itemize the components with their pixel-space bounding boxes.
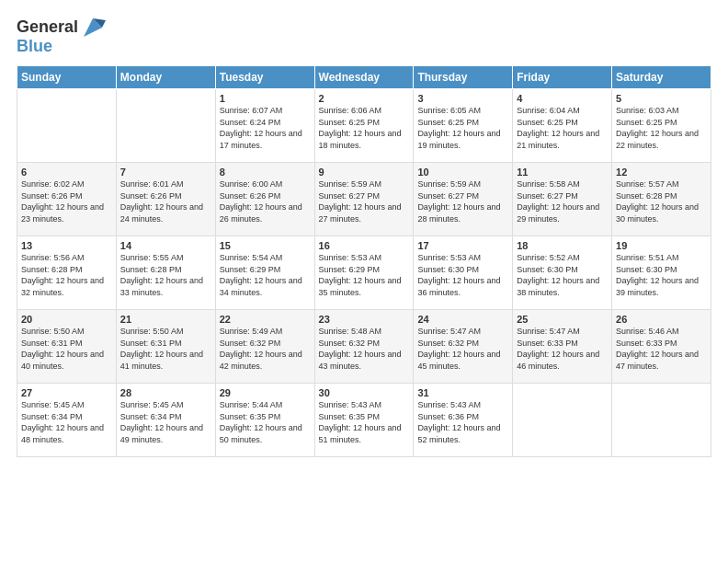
day-cell: 6Sunrise: 6:02 AMSunset: 6:26 PMDaylight… (17, 163, 117, 236)
day-number: 27 (21, 387, 112, 398)
day-info: Sunrise: 6:04 AMSunset: 6:25 PMDaylight:… (517, 105, 608, 151)
day-cell: 27Sunrise: 5:45 AMSunset: 6:34 PMDayligh… (17, 384, 117, 457)
col-header-friday: Friday (513, 66, 612, 89)
day-info: Sunrise: 6:06 AMSunset: 6:25 PMDaylight:… (319, 105, 410, 151)
day-info: Sunrise: 6:02 AMSunset: 6:26 PMDaylight:… (21, 178, 112, 224)
day-cell: 21Sunrise: 5:50 AMSunset: 6:31 PMDayligh… (116, 310, 215, 384)
day-number: 30 (319, 387, 410, 398)
col-header-monday: Monday (116, 66, 215, 89)
day-cell: 7Sunrise: 6:01 AMSunset: 6:26 PMDaylight… (116, 163, 215, 236)
day-cell: 19Sunrise: 5:51 AMSunset: 6:30 PMDayligh… (612, 236, 711, 310)
day-info: Sunrise: 5:43 AMSunset: 6:35 PMDaylight:… (319, 399, 410, 445)
col-header-tuesday: Tuesday (215, 66, 314, 89)
col-header-sunday: Sunday (17, 66, 117, 89)
day-info: Sunrise: 6:05 AMSunset: 6:25 PMDaylight:… (417, 105, 508, 151)
day-number: 23 (319, 314, 410, 325)
day-number: 13 (21, 240, 112, 251)
day-number: 29 (220, 387, 311, 398)
day-cell: 26Sunrise: 5:46 AMSunset: 6:33 PMDayligh… (612, 310, 711, 384)
calendar-table: SundayMondayTuesdayWednesdayThursdayFrid… (17, 65, 711, 457)
day-info: Sunrise: 5:59 AMSunset: 6:27 PMDaylight:… (417, 178, 508, 224)
day-cell: 9Sunrise: 5:59 AMSunset: 6:27 PMDaylight… (314, 163, 414, 236)
logo-text: General (17, 18, 78, 37)
day-info: Sunrise: 6:00 AMSunset: 6:26 PMDaylight:… (220, 178, 311, 224)
day-number: 7 (120, 167, 211, 178)
day-cell: 8Sunrise: 6:00 AMSunset: 6:26 PMDaylight… (215, 163, 314, 236)
calendar-page: General Blue SundayMondayTuesdayWednesda… (0, 0, 728, 563)
col-header-saturday: Saturday (612, 66, 711, 89)
logo: General Blue (17, 15, 106, 56)
day-cell: 29Sunrise: 5:44 AMSunset: 6:35 PMDayligh… (215, 384, 314, 457)
day-info: Sunrise: 5:54 AMSunset: 6:29 PMDaylight:… (220, 252, 311, 298)
col-header-thursday: Thursday (414, 66, 513, 89)
day-cell: 12Sunrise: 5:57 AMSunset: 6:28 PMDayligh… (612, 163, 711, 236)
day-info: Sunrise: 5:48 AMSunset: 6:32 PMDaylight:… (319, 326, 410, 372)
day-cell: 10Sunrise: 5:59 AMSunset: 6:27 PMDayligh… (414, 163, 513, 236)
logo-icon (80, 15, 106, 40)
day-cell: 4Sunrise: 6:04 AMSunset: 6:25 PMDaylight… (513, 89, 612, 163)
day-number: 8 (220, 167, 311, 178)
day-number: 20 (21, 314, 112, 325)
day-cell: 28Sunrise: 5:45 AMSunset: 6:34 PMDayligh… (116, 384, 215, 457)
day-info: Sunrise: 5:56 AMSunset: 6:28 PMDaylight:… (21, 252, 112, 298)
week-row-4: 20Sunrise: 5:50 AMSunset: 6:31 PMDayligh… (17, 310, 711, 384)
day-info: Sunrise: 5:47 AMSunset: 6:32 PMDaylight:… (417, 326, 508, 372)
day-info: Sunrise: 6:07 AMSunset: 6:24 PMDaylight:… (220, 105, 311, 151)
day-info: Sunrise: 5:58 AMSunset: 6:27 PMDaylight:… (517, 178, 608, 224)
day-info: Sunrise: 6:03 AMSunset: 6:25 PMDaylight:… (616, 105, 707, 151)
day-cell: 20Sunrise: 5:50 AMSunset: 6:31 PMDayligh… (17, 310, 117, 384)
day-info: Sunrise: 5:55 AMSunset: 6:28 PMDaylight:… (120, 252, 211, 298)
day-number: 17 (417, 240, 508, 251)
day-number: 10 (417, 167, 508, 178)
day-number: 18 (517, 240, 608, 251)
day-number: 16 (319, 240, 410, 251)
day-info: Sunrise: 5:53 AMSunset: 6:29 PMDaylight:… (319, 252, 410, 298)
day-number: 9 (319, 167, 410, 178)
day-cell: 14Sunrise: 5:55 AMSunset: 6:28 PMDayligh… (116, 236, 215, 310)
day-cell: 1Sunrise: 6:07 AMSunset: 6:24 PMDaylight… (215, 89, 314, 163)
day-info: Sunrise: 5:53 AMSunset: 6:30 PMDaylight:… (417, 252, 508, 298)
day-info: Sunrise: 5:50 AMSunset: 6:31 PMDaylight:… (120, 326, 211, 372)
day-number: 25 (517, 314, 608, 325)
day-info: Sunrise: 5:44 AMSunset: 6:35 PMDaylight:… (220, 399, 311, 445)
day-info: Sunrise: 5:46 AMSunset: 6:33 PMDaylight:… (616, 326, 707, 372)
day-cell (116, 89, 215, 163)
day-info: Sunrise: 5:50 AMSunset: 6:31 PMDaylight:… (21, 326, 112, 372)
day-cell: 2Sunrise: 6:06 AMSunset: 6:25 PMDaylight… (314, 89, 414, 163)
col-header-wednesday: Wednesday (314, 66, 414, 89)
week-row-1: 1Sunrise: 6:07 AMSunset: 6:24 PMDaylight… (17, 89, 711, 163)
page-header: General Blue (17, 15, 711, 56)
day-cell: 30Sunrise: 5:43 AMSunset: 6:35 PMDayligh… (314, 384, 414, 457)
day-info: Sunrise: 6:01 AMSunset: 6:26 PMDaylight:… (120, 178, 211, 224)
header-row: SundayMondayTuesdayWednesdayThursdayFrid… (17, 66, 711, 89)
day-cell: 13Sunrise: 5:56 AMSunset: 6:28 PMDayligh… (17, 236, 117, 310)
day-cell: 15Sunrise: 5:54 AMSunset: 6:29 PMDayligh… (215, 236, 314, 310)
day-number: 12 (616, 167, 707, 178)
day-number: 14 (120, 240, 211, 251)
day-number: 5 (616, 93, 707, 104)
day-cell (612, 384, 711, 457)
day-cell: 24Sunrise: 5:47 AMSunset: 6:32 PMDayligh… (414, 310, 513, 384)
day-number: 1 (220, 93, 311, 104)
day-cell: 23Sunrise: 5:48 AMSunset: 6:32 PMDayligh… (314, 310, 414, 384)
day-number: 31 (417, 387, 508, 398)
day-number: 2 (319, 93, 410, 104)
day-info: Sunrise: 5:51 AMSunset: 6:30 PMDaylight:… (616, 252, 707, 298)
day-number: 26 (616, 314, 707, 325)
day-number: 21 (120, 314, 211, 325)
week-row-2: 6Sunrise: 6:02 AMSunset: 6:26 PMDaylight… (17, 163, 711, 236)
day-cell: 22Sunrise: 5:49 AMSunset: 6:32 PMDayligh… (215, 310, 314, 384)
day-info: Sunrise: 5:45 AMSunset: 6:34 PMDaylight:… (120, 399, 211, 445)
day-number: 15 (220, 240, 311, 251)
day-info: Sunrise: 5:57 AMSunset: 6:28 PMDaylight:… (616, 178, 707, 224)
day-cell: 16Sunrise: 5:53 AMSunset: 6:29 PMDayligh… (314, 236, 414, 310)
day-number: 28 (120, 387, 211, 398)
day-cell: 25Sunrise: 5:47 AMSunset: 6:33 PMDayligh… (513, 310, 612, 384)
day-number: 19 (616, 240, 707, 251)
day-number: 24 (417, 314, 508, 325)
day-info: Sunrise: 5:47 AMSunset: 6:33 PMDaylight:… (517, 326, 608, 372)
day-cell: 18Sunrise: 5:52 AMSunset: 6:30 PMDayligh… (513, 236, 612, 310)
day-cell: 3Sunrise: 6:05 AMSunset: 6:25 PMDaylight… (414, 89, 513, 163)
day-number: 6 (21, 167, 112, 178)
day-cell: 11Sunrise: 5:58 AMSunset: 6:27 PMDayligh… (513, 163, 612, 236)
